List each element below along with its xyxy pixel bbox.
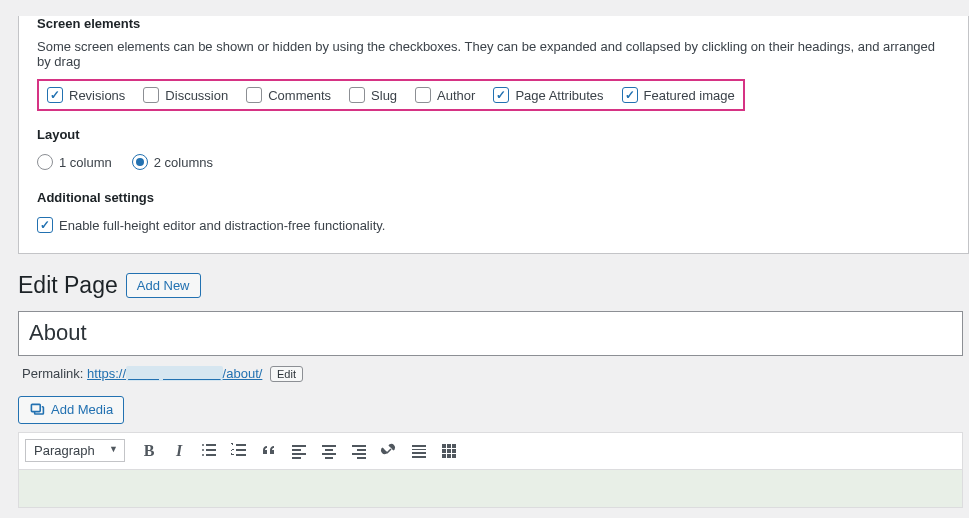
radio-label: 2 columns (154, 155, 213, 170)
checkbox-icon (37, 217, 53, 233)
edit-permalink-button[interactable]: Edit (270, 366, 303, 382)
align-right-button[interactable] (345, 437, 373, 465)
radio-2-columns[interactable]: 2 columns (132, 154, 213, 170)
checkbox-comments[interactable]: Comments (246, 87, 331, 103)
italic-button[interactable]: I (165, 437, 193, 465)
checkbox-icon (622, 87, 638, 103)
add-media-label: Add Media (51, 402, 113, 417)
checkbox-full-height-editor[interactable]: Enable full-height editor and distractio… (37, 217, 385, 233)
layout-radio-row: 1 column 2 columns (37, 150, 950, 174)
radio-label: 1 column (59, 155, 112, 170)
list-ol-icon (229, 441, 249, 461)
post-title-input[interactable] (18, 311, 963, 356)
kitchen-sink-icon (439, 441, 459, 461)
checkbox-label: Revisions (69, 88, 125, 103)
editor-toolbar: Paragraph B I (18, 432, 963, 470)
screen-elements-checkbox-row: Revisions Discussion Comments Slug Autho… (37, 79, 745, 111)
checkbox-icon (349, 87, 365, 103)
editor-main: Edit Page Add New Permalink: https://exa… (0, 254, 969, 508)
checkbox-label: Featured image (644, 88, 735, 103)
additional-settings-heading: Additional settings (37, 190, 950, 205)
insert-more-button[interactable] (405, 437, 433, 465)
insert-link-button[interactable] (375, 437, 403, 465)
checkbox-label: Enable full-height editor and distractio… (59, 218, 385, 233)
bold-button[interactable]: B (135, 437, 163, 465)
checkbox-discussion[interactable]: Discussion (143, 87, 228, 103)
layout-heading: Layout (37, 127, 950, 142)
permalink-link[interactable]: https://example-hidden/about/ (87, 366, 262, 381)
align-left-button[interactable] (285, 437, 313, 465)
checkbox-label: Discussion (165, 88, 228, 103)
bulleted-list-button[interactable] (195, 437, 223, 465)
align-center-button[interactable] (315, 437, 343, 465)
screen-elements-heading: Screen elements (37, 16, 950, 31)
permalink-label: Permalink: (22, 366, 83, 381)
screen-options-panel: Screen elements Some screen elements can… (18, 16, 969, 254)
media-icon (29, 402, 45, 418)
quote-icon (259, 441, 279, 461)
numbered-list-button[interactable] (225, 437, 253, 465)
screen-elements-intro: Some screen elements can be shown or hid… (37, 39, 950, 69)
checkbox-icon (143, 87, 159, 103)
add-media-button[interactable]: Add Media (18, 396, 124, 424)
checkbox-page-attributes[interactable]: Page Attributes (493, 87, 603, 103)
add-new-button[interactable]: Add New (126, 273, 201, 298)
radio-1-column[interactable]: 1 column (37, 154, 112, 170)
radio-icon (37, 154, 53, 170)
checkbox-author[interactable]: Author (415, 87, 475, 103)
permalink-row: Permalink: https://example-hidden/about/… (22, 366, 969, 382)
list-ul-icon (199, 441, 219, 461)
editor-content-area[interactable] (18, 470, 963, 508)
read-more-icon (409, 441, 429, 461)
format-dropdown[interactable]: Paragraph (25, 439, 125, 462)
radio-icon (132, 154, 148, 170)
checkbox-label: Page Attributes (515, 88, 603, 103)
link-icon (379, 441, 399, 461)
bold-icon: B (144, 442, 155, 460)
italic-icon: I (176, 442, 182, 460)
checkbox-label: Author (437, 88, 475, 103)
align-right-icon (349, 441, 369, 461)
checkbox-slug[interactable]: Slug (349, 87, 397, 103)
align-center-icon (319, 441, 339, 461)
checkbox-icon (493, 87, 509, 103)
page-title: Edit Page (18, 272, 118, 299)
align-left-icon (289, 441, 309, 461)
checkbox-revisions[interactable]: Revisions (47, 87, 125, 103)
checkbox-icon (415, 87, 431, 103)
blockquote-button[interactable] (255, 437, 283, 465)
checkbox-label: Comments (268, 88, 331, 103)
toolbar-toggle-button[interactable] (435, 437, 463, 465)
checkbox-featured-image[interactable]: Featured image (622, 87, 735, 103)
checkbox-label: Slug (371, 88, 397, 103)
checkbox-icon (47, 87, 63, 103)
checkbox-icon (246, 87, 262, 103)
